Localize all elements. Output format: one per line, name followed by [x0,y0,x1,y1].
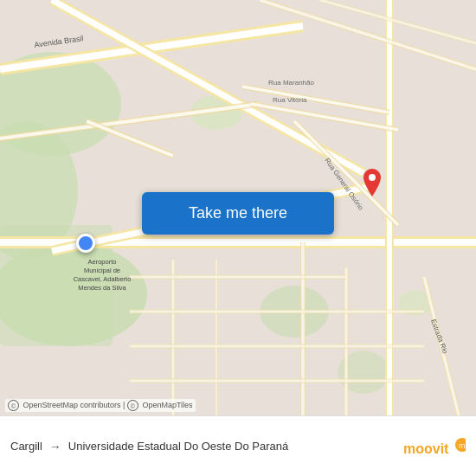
svg-text:Mendes da Silva: Mendes da Silva [78,284,126,292]
svg-text:Aeroporto: Aeroporto [88,258,117,266]
arrow-icon: → [49,440,61,453]
to-label: Universidade Estadual Do Oeste Do Paraná [68,440,288,453]
destination-pin [362,169,383,196]
svg-text:m: m [459,441,466,450]
svg-point-58 [369,174,376,181]
svg-text:Municipal de: Municipal de [84,267,120,274]
origin-marker [76,234,95,253]
map-container: Avenida Brasil Rua Maranhão Rua Vitória … [0,0,476,415]
take-me-there-button[interactable]: Take me there [142,192,334,235]
svg-text:Rua Vitória: Rua Vitória [273,96,307,104]
svg-text:Cascavel, Adalberto: Cascavel, Adalberto [74,275,132,283]
svg-text:Rua Maranhão: Rua Maranhão [268,79,314,87]
route-info: Cargill → Universidade Estadual Do Oeste… [10,440,466,453]
svg-text:moovit: moovit [403,441,449,456]
moovit-logo: moovit m [403,436,466,464]
bottom-bar: Cargill → Universidade Estadual Do Oeste… [0,415,476,476]
from-label: Cargill [10,440,42,453]
map-attribution: © OpenStreetMap contributors | © OpenMap… [5,399,196,412]
